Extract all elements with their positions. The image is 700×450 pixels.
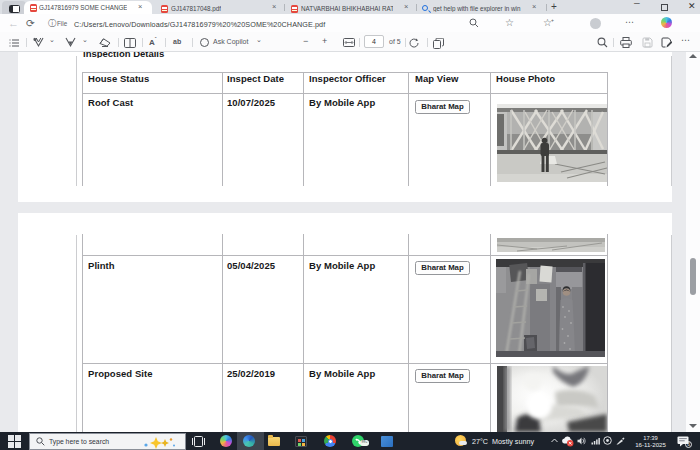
svg-text:6: 6 [687, 442, 690, 447]
